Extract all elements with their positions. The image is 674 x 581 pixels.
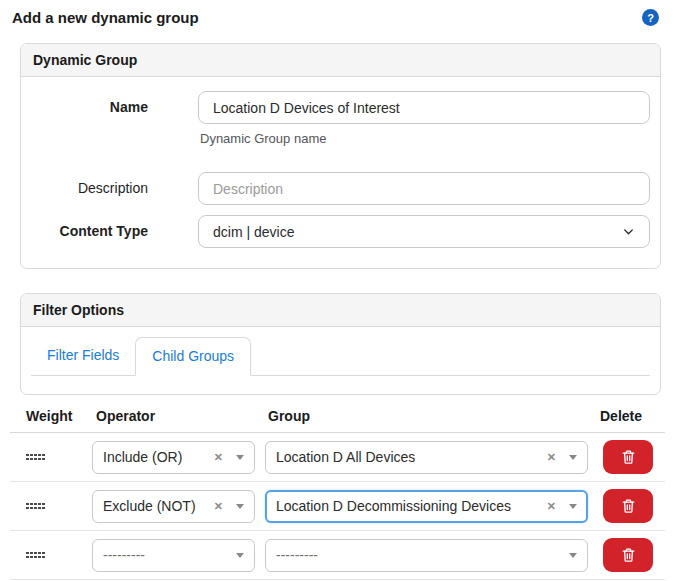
dynamic-group-panel: Dynamic Group Name Dynamic Group name De…: [20, 43, 661, 269]
child-group-row: Include (OR)✕Location D All Devices✕: [10, 433, 665, 482]
trash-icon: [620, 448, 637, 466]
delete-button[interactable]: [603, 489, 653, 523]
dropdown-caret-icon: [236, 553, 244, 558]
operator-select[interactable]: Include (OR)✕: [92, 441, 255, 474]
child-group-row: ------------------: [10, 531, 665, 580]
selected-value: Include (OR): [103, 449, 182, 465]
selected-value: Location D Decommissioning Devices: [276, 498, 511, 514]
child-group-row: Exclude (NOT)✕Location D Decommissioning…: [10, 482, 665, 531]
delete-button[interactable]: [603, 538, 653, 572]
help-icon[interactable]: ?: [642, 9, 659, 26]
dynamic-group-panel-body: Name Dynamic Group name Description Cont…: [21, 77, 660, 268]
dropdown-caret-icon: [569, 504, 577, 509]
tab-child-groups[interactable]: Child Groups: [135, 337, 251, 376]
column-header-weight: Weight: [10, 408, 92, 424]
description-field-row: Description: [31, 172, 650, 205]
clear-icon[interactable]: ✕: [214, 501, 223, 512]
dropdown-caret-icon: [236, 455, 244, 460]
child-groups-rows: Include (OR)✕Location D All Devices✕Excl…: [10, 433, 665, 580]
description-input[interactable]: [198, 172, 650, 205]
drag-handle[interactable]: [26, 454, 45, 461]
selected-value: ---------: [276, 547, 318, 563]
column-header-operator: Operator: [92, 408, 265, 424]
selected-value: Location D All Devices: [276, 449, 415, 465]
filter-options-panel: Filter Options Filter Fields Child Group…: [20, 293, 661, 395]
content-type-field-row: Content Type dcim | device: [31, 215, 650, 248]
filter-options-panel-title: Filter Options: [21, 294, 660, 327]
content-type-value: dcim | device: [213, 224, 294, 240]
group-select[interactable]: Location D Decommissioning Devices✕: [265, 490, 588, 523]
dropdown-caret-icon: [236, 504, 244, 509]
operator-select[interactable]: Exclude (NOT)✕: [92, 490, 255, 523]
group-select[interactable]: ---------: [265, 539, 588, 572]
clear-icon[interactable]: ✕: [547, 452, 556, 463]
content-type-select[interactable]: dcim | device: [198, 215, 650, 248]
drag-handle[interactable]: [26, 503, 45, 510]
child-groups-table-header: Weight Operator Group Delete: [10, 403, 665, 433]
clear-icon[interactable]: ✕: [214, 452, 223, 463]
drag-handle[interactable]: [26, 552, 45, 559]
name-help-text: Dynamic Group name: [200, 131, 650, 146]
clear-icon[interactable]: ✕: [547, 501, 556, 512]
child-groups-table: Weight Operator Group Delete Include (OR…: [10, 403, 665, 580]
selected-value: Exclude (NOT): [103, 498, 196, 514]
column-header-delete: Delete: [600, 408, 665, 424]
name-input[interactable]: [198, 91, 650, 124]
name-field-row: Name: [31, 91, 650, 124]
description-label: Description: [31, 172, 198, 205]
page-title: Add a new dynamic group: [12, 9, 199, 26]
group-select[interactable]: Location D All Devices✕: [265, 441, 588, 474]
column-header-group: Group: [265, 408, 600, 424]
filter-options-panel-body: Filter Fields Child Groups: [21, 327, 660, 394]
trash-icon: [620, 546, 637, 564]
chevron-down-icon: [622, 225, 635, 238]
tab-filter-fields[interactable]: Filter Fields: [31, 337, 135, 375]
trash-icon: [620, 497, 637, 515]
name-label: Name: [31, 91, 198, 124]
delete-button[interactable]: [603, 440, 653, 474]
page-header: Add a new dynamic group ?: [0, 0, 674, 26]
content-type-label: Content Type: [31, 215, 198, 248]
dynamic-group-panel-title: Dynamic Group: [21, 44, 660, 77]
dropdown-caret-icon: [569, 553, 577, 558]
dropdown-caret-icon: [569, 455, 577, 460]
filter-tabs: Filter Fields Child Groups: [31, 337, 650, 376]
selected-value: ---------: [103, 547, 145, 563]
operator-select[interactable]: ---------: [92, 539, 255, 572]
